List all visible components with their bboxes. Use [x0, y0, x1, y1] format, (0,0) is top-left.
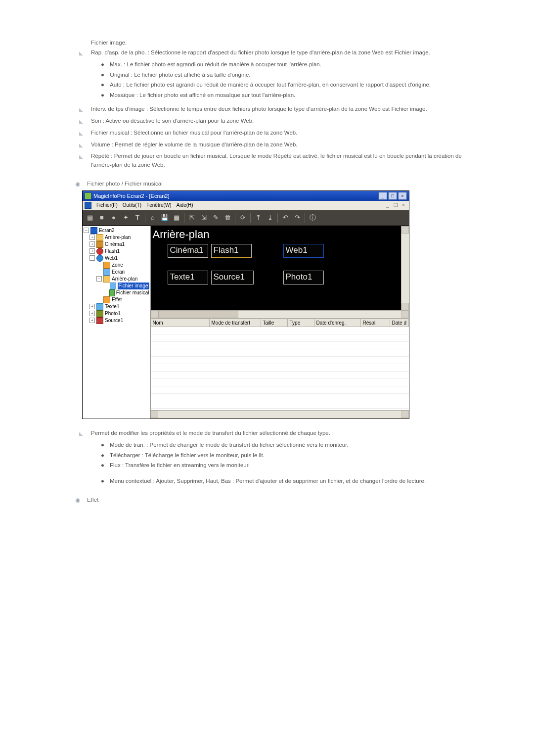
tree-item[interactable]: Ecran	[83, 269, 150, 276]
sublist-usage2: ●Menu contextuel : Ajouter, Supprimer, H…	[101, 477, 475, 486]
bullet-text: Répété : Permet de jouer en boucle un fi…	[91, 152, 475, 170]
maximize-button[interactable]: □	[388, 192, 397, 200]
sublist-usage1: ●Mode de tran. : Permet de changer le mo…	[101, 441, 475, 470]
tool-undo-icon[interactable]: ↶	[280, 212, 291, 223]
tool-info-icon[interactable]: ⓘ	[307, 212, 318, 223]
grid-horizontal-scrollbar[interactable]	[151, 410, 409, 419]
tool-trash-icon[interactable]: 🗑	[222, 212, 233, 223]
menu-window[interactable]: Fenêtre(W)	[146, 202, 172, 208]
titlebar[interactable]: MagicInfoPro Ecran2 - [Ecran2] _ □ ×	[83, 191, 409, 201]
sub-item: Mode de tran. : Permet de changer le mod…	[110, 441, 349, 450]
tool-icon[interactable]: ▤	[85, 212, 95, 223]
bullet-volume: ◣ Volume : Permet de régler le volume de…	[79, 141, 475, 149]
menu-file[interactable]: Fichier(F)	[96, 202, 118, 208]
sublist-aspect: ●Max. : Le fichier photo est agrandi ou …	[101, 60, 475, 100]
col-taille[interactable]: Taille	[261, 319, 288, 327]
zone-web[interactable]: Web1	[283, 244, 324, 258]
tool-text-icon[interactable]: T	[132, 212, 143, 223]
bullet-text: Son : Active ou désactive le son d'arriè…	[91, 117, 254, 126]
close-button[interactable]: ×	[398, 192, 407, 200]
folder-icon	[96, 234, 103, 241]
bullet-son: ◣ Son : Active ou désactive le son d'arr…	[79, 117, 475, 126]
effect-icon	[103, 296, 110, 303]
tree-item-selected[interactable]: Fichier image	[83, 283, 150, 289]
zone-photo[interactable]: Photo1	[283, 271, 324, 284]
toolbar: ▤ ■ ● ✦ T ⌂ 💾 ▦ ⇱ ⇲ ✎ 🗑 ⟳ ⤒ ⤓ ↶ ↷ ⓘ	[83, 210, 409, 226]
photo-icon	[96, 310, 103, 317]
tree-item[interactable]: −Ecran2	[83, 227, 150, 234]
grid-body[interactable]	[151, 327, 409, 410]
tree-item[interactable]: Zone	[83, 262, 150, 269]
zone-cinema[interactable]: Cinéma1	[168, 244, 208, 258]
sub-item: Original : Le fichier photo est affiché …	[110, 71, 251, 80]
col-date2[interactable]: Date d	[390, 319, 409, 327]
tree-item[interactable]: +Cinéma1	[83, 241, 150, 248]
col-type[interactable]: Type	[288, 319, 314, 327]
sub-item: Auto : Le fichier photo est agrandi ou r…	[110, 81, 431, 90]
section-photo-heading: ◉ Fichier photo / Fichier musical	[75, 181, 475, 188]
leaf-icon	[103, 262, 110, 269]
tool-icon[interactable]: ⌂	[147, 212, 158, 223]
tool-icon[interactable]: ▦	[171, 212, 182, 223]
tool-icon[interactable]: ⇱	[186, 212, 197, 223]
tool-redo-icon[interactable]: ↷	[292, 212, 303, 223]
tool-icon[interactable]: ■	[96, 212, 107, 223]
zone-flash[interactable]: Flash1	[211, 244, 252, 258]
tree-item[interactable]: +Photo1	[83, 310, 150, 317]
web-icon	[96, 255, 103, 262]
orb-icon: ◉	[75, 181, 82, 188]
tool-icon[interactable]: ⇲	[198, 212, 209, 223]
sub-item: Menu contextuel : Ajouter, Supprimer, Ha…	[110, 477, 426, 486]
app-window: MagicInfoPro Ecran2 - [Ecran2] _ □ × Fic…	[82, 190, 409, 419]
tool-icon[interactable]: ●	[108, 212, 119, 223]
col-date[interactable]: Date d'enreg.	[314, 319, 361, 327]
doc-icon	[85, 202, 91, 209]
chevron-icon: ◣	[79, 152, 86, 170]
tree-item[interactable]: Effet	[83, 296, 150, 303]
mdi-minimize-button[interactable]: _	[384, 202, 391, 208]
col-mode[interactable]: Mode de transfert	[210, 319, 261, 327]
heading-label: Fichier photo / Fichier musical	[87, 181, 163, 188]
tree-item[interactable]: +Arrière-plan	[83, 234, 150, 241]
tool-icon[interactable]: ⤒	[253, 212, 264, 223]
sub-item: Max. : Le fichier photo est agrandi ou r…	[110, 60, 321, 69]
tree-item[interactable]: +Source1	[83, 317, 150, 324]
app-icon	[85, 192, 91, 199]
chevron-icon: ◣	[79, 117, 86, 126]
tree-item[interactable]: −Web1	[83, 255, 150, 262]
tree-item[interactable]: +Texte1	[83, 303, 150, 310]
zone-texte[interactable]: Texte1	[168, 271, 208, 284]
chevron-icon: ◣	[79, 48, 86, 57]
sub-item: Flux : Transfère le fichier en streaming…	[110, 461, 250, 470]
intro-text: Fichier image.	[91, 40, 475, 46]
canvas-area[interactable]: Arrière-plan Cinéma1 Flash1 Web1 Texte1 …	[151, 226, 409, 310]
vertical-scrollbar[interactable]	[401, 226, 409, 310]
right-pane: Arrière-plan Cinéma1 Flash1 Web1 Texte1 …	[151, 226, 409, 419]
col-nom[interactable]: Nom	[151, 319, 210, 327]
tree-item[interactable]: +Flash1	[83, 248, 150, 255]
mdi-restore-button[interactable]: ❐	[392, 202, 399, 208]
horizontal-scrollbar[interactable]	[151, 310, 409, 319]
col-resol[interactable]: Résol.	[361, 319, 390, 327]
heading-label: Effet	[87, 497, 98, 504]
leaf-icon	[103, 269, 110, 276]
bullet-text: Interv. de tps d'image : Sélectionne le …	[91, 105, 427, 114]
tool-icon[interactable]: ⤓	[265, 212, 275, 223]
tree-item[interactable]: Fichier musical	[83, 289, 150, 296]
folder-icon	[103, 276, 110, 283]
menu-tools[interactable]: Outils(T)	[123, 202, 141, 208]
screen-icon	[90, 227, 97, 234]
tool-icon[interactable]: ⟳	[237, 212, 248, 223]
tool-icon[interactable]: ✎	[210, 212, 221, 223]
minimize-button[interactable]: _	[378, 192, 387, 200]
canvas-title: Arrière-plan	[153, 228, 210, 241]
menu-help[interactable]: Aide(H)	[177, 202, 193, 208]
tool-icon[interactable]: ✦	[120, 212, 131, 223]
mdi-close-button[interactable]: ×	[400, 202, 407, 208]
zone-source[interactable]: Source1	[211, 271, 254, 284]
tool-save-icon[interactable]: 💾	[159, 212, 170, 223]
music-icon	[109, 289, 115, 296]
sub-item: Télécharger : Télécharge le fichier vers…	[110, 451, 265, 460]
tree-item[interactable]: −Arrière-plan	[83, 276, 150, 283]
bullet-interval: ◣ Interv. de tps d'image : Sélectionne l…	[79, 105, 475, 114]
